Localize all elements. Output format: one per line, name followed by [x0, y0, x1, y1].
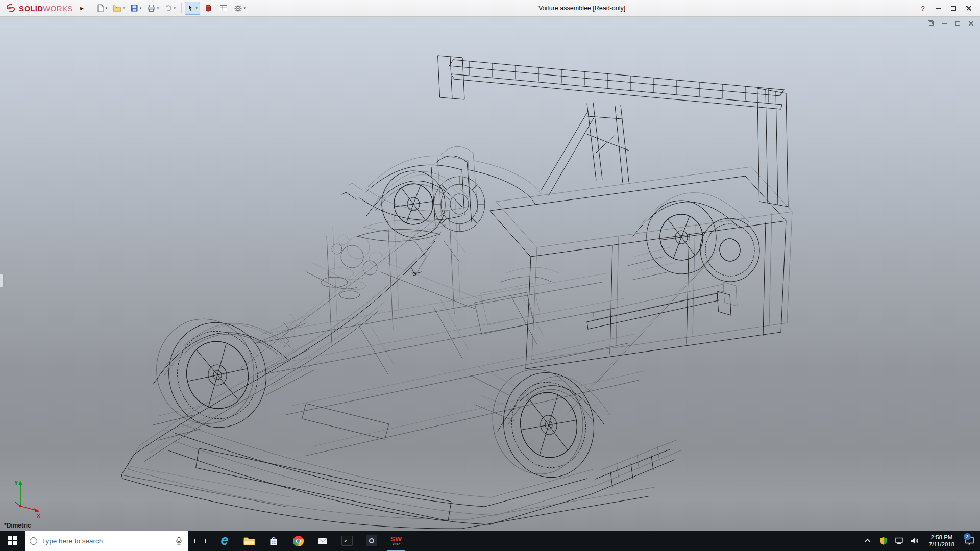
viewport-maximize-button[interactable]: [953, 20, 962, 27]
viewport-minimize-button[interactable]: [940, 20, 948, 27]
show-desktop-button[interactable]: [977, 531, 980, 551]
toolbar-separator: [181, 3, 182, 13]
edge-icon: e: [220, 534, 228, 547]
undo-button[interactable]: ▼: [162, 2, 178, 15]
store-button[interactable]: [261, 531, 286, 551]
dark-app-button[interactable]: [359, 531, 384, 551]
printer-icon: [147, 4, 156, 12]
maximize-icon: [951, 6, 956, 11]
orientation-triad: Y X: [3, 477, 46, 519]
defender-tray-button[interactable]: [876, 531, 891, 551]
task-view-button[interactable]: [188, 531, 212, 551]
options-button[interactable]: ▼: [232, 2, 248, 15]
select-tool-button[interactable]: ▼: [185, 2, 200, 15]
menu-expand-arrow[interactable]: ►: [77, 2, 87, 15]
dassault-swoosh-icon: [5, 4, 16, 13]
action-center-button[interactable]: 2: [962, 531, 977, 551]
windows-logo-icon: [8, 536, 17, 545]
rear-right-wheel[interactable]: [642, 196, 721, 279]
chevron-up-icon: [865, 539, 870, 544]
dropdown-caret-icon[interactable]: ▼: [195, 7, 198, 10]
quick-access-toolbar: ▼ ▼ ▼: [87, 2, 249, 15]
save-floppy-icon: [130, 4, 138, 12]
rear-wing[interactable]: [438, 56, 788, 207]
x-axis-label: X: [37, 513, 41, 519]
viewport-restore-button[interactable]: [927, 20, 935, 27]
minimize-icon: [936, 8, 941, 9]
dropdown-caret-icon[interactable]: ▼: [243, 7, 246, 10]
minimize-icon: [942, 23, 947, 24]
settings-gear-icon: [234, 4, 242, 13]
featuremanager-collapsed-tab[interactable]: [0, 274, 4, 287]
network-tray-button[interactable]: [891, 531, 906, 551]
drawing-sheet-button[interactable]: [216, 2, 231, 15]
start-button[interactable]: [0, 531, 24, 551]
wireframe-car-model[interactable]: [0, 17, 980, 531]
dark-app-icon: [366, 535, 377, 546]
notification-badge: 2: [964, 533, 971, 540]
select-cursor-icon: [187, 4, 194, 12]
solidworks-2017-icon: SW 2017: [390, 536, 402, 546]
cortana-circle-icon: [30, 537, 37, 545]
view-orientation-label: *Dimetric: [4, 522, 31, 529]
solidworks-window: SOLIDWORKS ► ▼ ▼: [0, 0, 980, 551]
maximize-button[interactable]: [946, 2, 961, 14]
search-input[interactable]: [42, 537, 170, 545]
microphone-icon[interactable]: [175, 537, 183, 545]
command-prompt-button[interactable]: >_: [335, 531, 359, 551]
drawing-grid-icon: [219, 4, 228, 12]
red-cylinder-icon: [205, 4, 212, 12]
system-tray: 2:58 PM 7/11/2018 2: [861, 531, 980, 551]
viewport-close-button[interactable]: [967, 20, 975, 27]
dropdown-caret-icon[interactable]: ▼: [139, 7, 142, 10]
task-view-icon: [197, 538, 204, 544]
open-document-button[interactable]: ▼: [111, 2, 127, 15]
edge-button[interactable]: e: [212, 531, 237, 551]
store-bag-icon: [268, 536, 279, 546]
solidworks-logo: SOLIDWORKS: [0, 4, 77, 13]
window-controls: ?: [916, 2, 980, 14]
minimize-button[interactable]: [931, 2, 945, 14]
new-document-button[interactable]: ▼: [94, 2, 110, 15]
taskbar-search[interactable]: [24, 531, 188, 551]
clock-date: 7/11/2018: [929, 541, 954, 548]
defender-shield-icon: [879, 537, 888, 545]
save-button[interactable]: ▼: [128, 2, 144, 15]
dropdown-caret-icon[interactable]: ▼: [173, 7, 176, 10]
y-axis-label: Y: [14, 480, 18, 486]
dropdown-caret-icon[interactable]: ▼: [122, 7, 125, 10]
windows-taskbar: e: [0, 531, 980, 551]
close-button[interactable]: [962, 2, 976, 14]
mail-envelope-icon: [317, 537, 328, 545]
brand-text: SOLIDWORKS: [19, 4, 73, 13]
clock-time: 2:58 PM: [931, 534, 953, 541]
open-folder-icon: [113, 4, 121, 12]
terminal-icon: >_: [341, 536, 353, 546]
taskbar-clock[interactable]: 2:58 PM 7/11/2018: [922, 531, 962, 551]
titlebar: SOLIDWORKS ► ▼ ▼: [0, 0, 980, 17]
document-title: Voiture assemblee [Read-only]: [248, 5, 916, 12]
chrome-icon: [292, 535, 304, 547]
mail-button[interactable]: [310, 531, 335, 551]
solidworks-taskbar-button[interactable]: SW 2017: [384, 531, 408, 551]
dropdown-caret-icon[interactable]: ▼: [105, 7, 108, 10]
appearance-button[interactable]: [201, 2, 215, 15]
new-document-icon: [96, 4, 105, 12]
car-body[interactable]: [121, 156, 786, 529]
volume-icon: [910, 537, 919, 545]
maximize-icon: [955, 21, 960, 26]
file-explorer-icon: [243, 536, 255, 546]
network-icon: [895, 537, 903, 545]
graphics-viewport[interactable]: Y X *Dimetric: [0, 17, 980, 531]
dropdown-caret-icon[interactable]: ▼: [156, 7, 159, 10]
help-button[interactable]: ?: [916, 2, 930, 14]
print-button[interactable]: ▼: [145, 2, 161, 15]
viewport-window-controls: [927, 20, 975, 27]
volume-tray-button[interactable]: [906, 531, 922, 551]
hidden-icons-button[interactable]: [861, 531, 876, 551]
chrome-button[interactable]: [286, 531, 310, 551]
undo-arrow-icon: [164, 4, 173, 12]
file-explorer-button[interactable]: [237, 531, 261, 551]
front-splitter-mesh[interactable]: [196, 404, 451, 521]
